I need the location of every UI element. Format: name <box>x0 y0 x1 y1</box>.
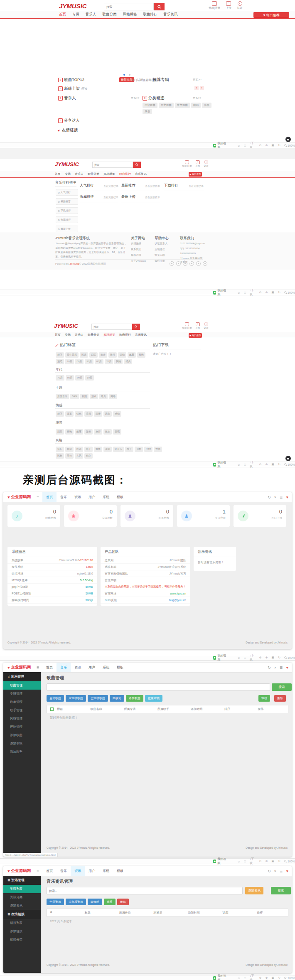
smiley-icon[interactable]: ☺ <box>237 656 240 659</box>
footer-link[interactable]: 联系我们 <box>131 248 146 251</box>
refresh-icon[interactable]: ↻ <box>268 869 271 873</box>
zoom-in-icon[interactable]: ⊕ <box>266 144 268 147</box>
my-video-button[interactable]: ▶我的视频 <box>213 460 226 469</box>
tag[interactable]: 古典 <box>154 447 162 452</box>
rank-sidebar-item[interactable]: ⊙下载排行 <box>56 207 78 214</box>
prev-arrow[interactable]: ‹ <box>194 86 199 90</box>
download-button[interactable]: ↓下载 <box>250 460 256 469</box>
add-news-button[interactable]: 添加资讯 <box>245 887 263 894</box>
hamburger-icon[interactable]: ≡ <box>37 869 39 873</box>
tag[interactable]: 电子 <box>84 447 93 452</box>
tag[interactable]: 校园 <box>80 394 88 399</box>
search-input[interactable] <box>92 162 133 168</box>
close-icon[interactable]: × <box>274 495 276 499</box>
table-column-header[interactable]: 状态 <box>219 911 253 915</box>
category-tag[interactable]: 串烧舞曲 <box>143 103 157 108</box>
tag[interactable]: 网络 <box>109 394 117 399</box>
admin-menu-item[interactable]: 用户 <box>85 866 99 876</box>
table-column-header[interactable]: 歌曲名称 <box>87 707 121 711</box>
rotate-icon[interactable]: ↻ <box>278 976 280 980</box>
verify-action[interactable]: 认证 <box>237 1 243 10</box>
more-link[interactable]: 更多>> <box>131 96 140 100</box>
table-column-header[interactable]: 所属专辑 <box>120 707 154 711</box>
footer-link[interactable]: 常见问题 <box>155 253 167 257</box>
category-tag[interactable]: 伴奏 <box>202 103 211 108</box>
admin-menu-item[interactable]: 首页 <box>42 492 57 502</box>
tag[interactable]: 浪漫 <box>84 411 93 417</box>
sidebar-item[interactable]: 资讯列表 <box>3 885 41 893</box>
song-filter-tab[interactable]: 未审核歌曲 <box>66 695 86 702</box>
sidebar-item[interactable]: 歌曲管理 <box>3 681 41 690</box>
tag[interactable]: 原生音乐 <box>65 352 79 358</box>
tag[interactable]: 乡村 <box>135 447 143 452</box>
zoom-out-icon[interactable]: ⊖ <box>259 291 262 294</box>
nav-item[interactable]: 音乐资讯 <box>135 333 147 337</box>
zoom-in-icon[interactable]: ⊕ <box>266 463 268 466</box>
smiley-icon[interactable]: ☺ <box>237 977 240 980</box>
sidebar-item[interactable]: 风格管理 <box>3 715 41 723</box>
table-column-header[interactable]: 标题 <box>54 707 87 711</box>
tag[interactable]: 游戏 <box>90 394 98 399</box>
view-full-link[interactable]: 查看完整榜单 <box>103 196 118 199</box>
sidebar-item[interactable]: 添加歌手 <box>3 748 41 756</box>
sidebar-item[interactable]: 歌手管理 <box>3 706 41 715</box>
nav-item[interactable]: 专辑 <box>65 333 71 337</box>
tag[interactable]: 古风 <box>75 453 83 459</box>
download-button[interactable]: ↓下载 <box>250 653 256 662</box>
tag[interactable]: 经典 <box>99 394 108 399</box>
verify-action[interactable]: 认证 <box>204 160 208 167</box>
audit-button[interactable]: 审核 <box>258 695 270 702</box>
nav-item[interactable]: 歌曲排行 <box>143 12 157 17</box>
image-icon[interactable]: □ <box>244 656 246 659</box>
rank-sidebar-item[interactable]: ⊙人气排行 <box>56 189 78 196</box>
image-icon[interactable]: □ <box>244 860 246 863</box>
sidebar-item[interactable]: 添加链接 <box>3 927 41 936</box>
tag[interactable]: 寂寞 <box>65 411 74 417</box>
tag[interactable]: 清晨 <box>56 429 64 435</box>
tag[interactable]: 运动 <box>84 429 93 435</box>
nav-item[interactable]: 歌曲排行 <box>119 333 131 337</box>
audit-button[interactable]: 审核 <box>104 899 116 905</box>
admin-menu-item[interactable]: 模板 <box>113 866 127 876</box>
my-video-button[interactable]: ▶我的视频 <box>213 857 226 865</box>
carousel-dot[interactable] <box>129 74 130 76</box>
table-column-header[interactable]: 操作 <box>254 707 288 711</box>
delete-button[interactable]: 删除 <box>117 899 129 905</box>
nav-item[interactable]: 首页 <box>55 172 61 176</box>
footer-link[interactable]: 友情连接 <box>131 242 146 246</box>
table-column-header[interactable]: 排序 <box>221 707 255 711</box>
table-column-header[interactable]: 标题 <box>81 911 116 915</box>
favorite-icon[interactable]: ♥ <box>286 869 288 873</box>
tag[interactable]: 忧伤 <box>75 411 83 417</box>
tag[interactable]: 运动 <box>118 352 126 358</box>
tag[interactable]: 流行 <box>56 447 64 452</box>
sidebar-item[interactable]: 歌单管理 <box>3 698 41 706</box>
next-arrow[interactable]: › <box>200 86 204 90</box>
tag[interactable]: 想哭 <box>56 352 64 358</box>
sidebar-item[interactable]: 资讯分类 <box>3 893 41 901</box>
tag[interactable]: 10后 <box>85 375 94 381</box>
category-tag[interactable]: 原创 <box>143 109 152 114</box>
zoom-in-icon[interactable]: ⊕ <box>266 860 268 863</box>
tag[interactable]: 民谣 <box>80 352 88 358</box>
admin-menu-item[interactable]: 模板 <box>113 492 127 502</box>
admin-menu-item[interactable]: 系统 <box>99 492 113 502</box>
frame-icon[interactable]: ▣ <box>272 291 275 294</box>
search-button[interactable] <box>133 162 141 168</box>
official-site-link[interactable]: www.jyuu.cn <box>170 592 186 595</box>
footer-link[interactable]: 认证音乐人 <box>155 242 167 246</box>
upload-action[interactable]: 上传 <box>195 160 200 167</box>
zoom-out-icon[interactable]: ⊖ <box>259 463 262 466</box>
nav-item[interactable]: 歌曲排行 <box>119 172 131 176</box>
rotate-icon[interactable]: ↻ <box>278 860 280 863</box>
nav-item[interactable]: 音乐人 <box>75 172 84 176</box>
rotate-icon[interactable]: ↻ <box>278 291 280 294</box>
new-disc-more-link[interactable]: /更多 <box>81 87 88 91</box>
search-button[interactable] <box>154 3 165 10</box>
tag[interactable]: ACG <box>70 394 79 399</box>
qq-icon[interactable] <box>176 261 181 266</box>
menu-grid-icon[interactable]: ≣ <box>280 869 283 873</box>
search-input[interactable] <box>91 324 132 330</box>
tag[interactable]: 民族 <box>56 453 64 459</box>
bug-feedback-link[interactable]: bug@jyuu.cn <box>169 599 186 602</box>
